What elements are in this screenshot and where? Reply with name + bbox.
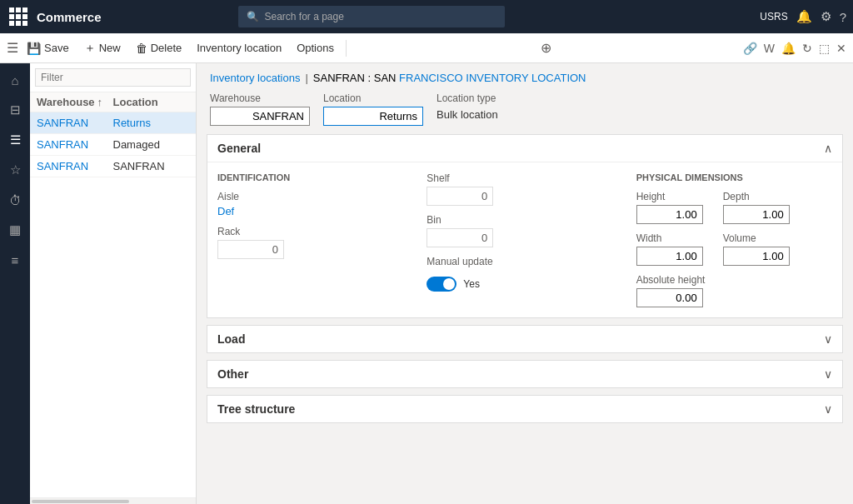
breadcrumb-separator: | <box>305 72 307 84</box>
general-grid: IDENTIFICATION Aisle Def Rack <box>217 172 832 307</box>
home-icon[interactable]: ⌂ <box>2 67 28 93</box>
volume-label: Volume <box>723 232 790 244</box>
general-section-title: General <box>217 142 261 155</box>
absolute-height-input[interactable] <box>636 288 703 307</box>
form-fields-row: Warehouse Location Location type Bulk lo… <box>197 89 853 134</box>
global-search[interactable]: 🔍 Search for a page <box>238 6 505 27</box>
other-section: Other ∨ <box>207 360 843 388</box>
user-label: USRS <box>760 11 787 22</box>
breadcrumb-highlight: FRANCISCO INVENTORY LOCATION <box>399 72 586 84</box>
word-icon[interactable]: W <box>764 42 775 55</box>
rack-field: Rack <box>217 226 413 259</box>
warehouse-label: Warehouse <box>210 92 310 104</box>
tree-structure-section: Tree structure ∨ <box>207 395 843 423</box>
identification-label-item: IDENTIFICATION <box>217 172 413 182</box>
physical-dimensions-group: PHYSICAL DIMENSIONS Height Depth <box>636 172 832 307</box>
manual-update-toggle[interactable] <box>426 277 456 292</box>
list-panel: Warehouse ↑ Location SANFRAN Returns SAN… <box>30 63 197 504</box>
list-item[interactable]: SANFRAN Damaged <box>30 134 196 156</box>
delete-button[interactable]: 🗑 Delete <box>129 38 189 58</box>
toggle-value-label: Yes <box>463 278 480 290</box>
filter-icon[interactable]: ⊟ <box>2 97 28 123</box>
general-section-body: IDENTIFICATION Aisle Def Rack <box>207 162 842 317</box>
action-bar: ☰ 💾 Save ＋ New 🗑 Delete Inventory locati… <box>0 33 853 63</box>
bell-icon[interactable]: 🔔 <box>796 9 812 24</box>
depth-label: Depth <box>723 191 790 202</box>
general-section: General ∧ IDENTIFICATION Aisle Def <box>207 134 843 318</box>
warehouse-field: Warehouse <box>210 92 310 126</box>
load-section-title: Load <box>217 332 245 346</box>
physical-dimensions-label: PHYSICAL DIMENSIONS <box>636 172 832 182</box>
toggle-thumb <box>443 278 455 290</box>
list-item[interactable]: SANFRAN SANFRAN <box>30 156 196 177</box>
height-field: Height <box>636 191 703 224</box>
location-label: Location <box>323 92 423 104</box>
chevron-down-icon: ∨ <box>824 402 832 416</box>
aisle-value[interactable]: Def <box>217 205 413 217</box>
bin-label: Bin <box>426 214 622 226</box>
breadcrumb-link[interactable]: Inventory locations <box>210 72 300 84</box>
detail-panel: Inventory locations | SANFRAN : SAN FRAN… <box>197 63 853 504</box>
shelf-field: Shelf <box>426 172 622 206</box>
link-icon[interactable]: 🔗 <box>743 42 757 55</box>
identification-group: IDENTIFICATION Aisle Def Rack <box>217 172 413 307</box>
scrollbar-thumb <box>32 500 129 503</box>
bin-input[interactable] <box>426 228 493 247</box>
width-field: Width <box>636 232 703 266</box>
list-table: Warehouse ↑ Location SANFRAN Returns SAN… <box>30 92 196 295</box>
chevron-up-icon: ∧ <box>824 142 832 155</box>
dimensions-row1: Height Depth <box>636 191 832 224</box>
location-cell: Damaged <box>113 138 190 151</box>
settings-icon[interactable]: ⚙ <box>821 9 831 24</box>
physical-dimensions-label-item: PHYSICAL DIMENSIONS <box>636 172 832 182</box>
close-icon[interactable]: ✕ <box>836 42 846 55</box>
load-section-header[interactable]: Load ∨ <box>207 326 842 352</box>
location-type-label: Location type <box>436 92 498 104</box>
location-cell: Returns <box>113 117 190 129</box>
top-nav: Commerce 🔍 Search for a page USRS 🔔 ⚙ ? <box>0 0 853 33</box>
scrollbar[interactable] <box>30 497 196 504</box>
sidebar-icons: ⌂ ⊟ ☰ ☆ ⏱ ▦ ≡ <box>0 63 30 504</box>
search-icon[interactable]: ⊕ <box>541 40 551 56</box>
inventory-location-button[interactable]: Inventory location <box>190 38 288 57</box>
save-button[interactable]: 💾 Save <box>20 38 76 58</box>
help-icon[interactable]: ? <box>840 10 846 24</box>
popout-icon[interactable]: ⬚ <box>819 42 830 55</box>
volume-input[interactable] <box>723 247 790 266</box>
location-cell: SANFRAN <box>113 160 190 172</box>
notification-icon[interactable]: 🔔 <box>781 42 796 55</box>
general-section-header[interactable]: General ∧ <box>207 135 842 162</box>
app-grid-icon[interactable] <box>7 5 30 28</box>
identification-label: IDENTIFICATION <box>217 172 413 182</box>
height-input[interactable] <box>636 205 703 224</box>
delete-icon: 🗑 <box>136 42 147 55</box>
list-header: Warehouse ↑ Location <box>30 92 196 112</box>
tree-structure-section-header[interactable]: Tree structure ∨ <box>207 396 842 422</box>
new-button[interactable]: ＋ New <box>77 37 127 59</box>
breadcrumb: Inventory locations | SANFRAN : SAN FRAN… <box>197 63 853 89</box>
aisle-label: Aisle <box>217 191 413 202</box>
list-icon[interactable]: ☰ <box>2 127 28 153</box>
rack-input[interactable] <box>217 240 284 259</box>
location-input[interactable] <box>323 107 423 126</box>
list-filter <box>30 63 196 92</box>
filter-input[interactable] <box>35 68 191 87</box>
list-item[interactable]: SANFRAN Returns <box>30 112 196 134</box>
absolute-height-field: Absolute height <box>636 274 832 307</box>
warehouse-input[interactable] <box>210 107 310 126</box>
star-icon[interactable]: ☆ <box>2 157 28 183</box>
aisle-field: Aisle Def <box>217 191 413 217</box>
other-section-header[interactable]: Other ∨ <box>207 361 842 387</box>
clock-icon[interactable]: ⏱ <box>2 187 28 213</box>
lines-icon[interactable]: ≡ <box>2 247 28 273</box>
options-button[interactable]: Options <box>290 38 341 57</box>
width-input[interactable] <box>636 247 703 266</box>
breadcrumb-part1: SANFRAN : SAN FRANCISCO INVENTORY LOCATI… <box>313 72 586 84</box>
shelf-input[interactable] <box>426 187 493 206</box>
tree-structure-section-title: Tree structure <box>217 402 295 416</box>
grid-view-icon[interactable]: ▦ <box>2 217 28 243</box>
hamburger-icon[interactable]: ☰ <box>7 40 18 56</box>
location-type-field: Location type Bulk location <box>436 92 498 126</box>
depth-input[interactable] <box>723 205 790 224</box>
refresh-icon[interactable]: ↻ <box>802 42 812 55</box>
